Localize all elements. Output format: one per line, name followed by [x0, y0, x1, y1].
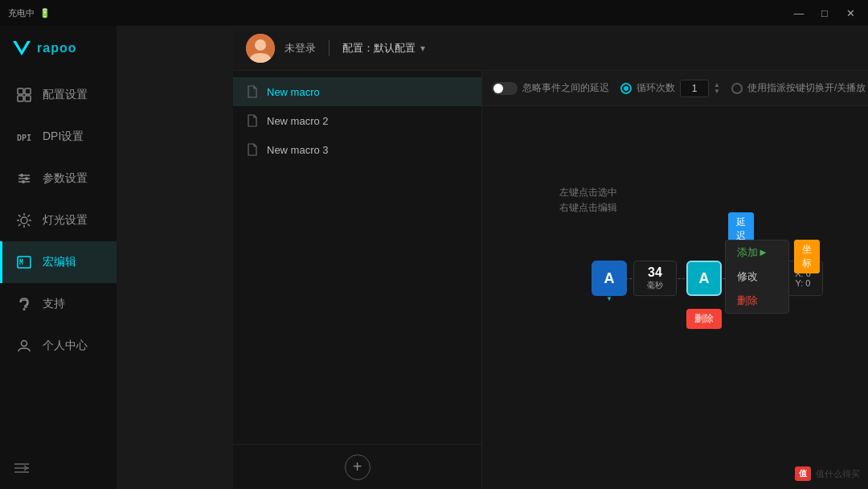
svg-line-19	[28, 215, 31, 217]
macro-file-icon-2	[246, 143, 259, 156]
svg-rect-4	[25, 96, 31, 101]
loop-count-spinners: ▲ ▼	[714, 82, 720, 95]
use-hotkey-label: 使用指派按键切换开/关播放	[747, 81, 866, 95]
svg-line-17	[18, 215, 21, 217]
sidebar-expand-button[interactable]	[0, 447, 117, 489]
support-icon	[15, 295, 33, 313]
main-container: rapoo 配置设置 DPI	[0, 26, 868, 489]
params-icon	[15, 170, 33, 187]
svg-point-9	[20, 174, 23, 177]
right-panel: 未登录 配置：默认配置 ▾	[117, 26, 868, 489]
svg-marker-0	[13, 41, 31, 55]
macro-item-1[interactable]: New macro 2	[233, 106, 481, 135]
titlebar-left: 充电中 🔋	[8, 7, 51, 19]
sidebar-item-support-label: 支持	[43, 297, 65, 311]
sidebar-item-dpi[interactable]: DPI DPI设置	[0, 116, 117, 158]
sidebar-item-support[interactable]: 支持	[0, 283, 117, 325]
add-macro-button[interactable]: +	[345, 454, 371, 480]
sidebar-item-config[interactable]: 配置设置	[0, 74, 117, 116]
delay-value: 34	[648, 265, 662, 280]
sidebar-item-params[interactable]: 参数设置	[0, 158, 117, 199]
close-button[interactable]: ✕	[839, 2, 862, 24]
battery-icon: 🔋	[39, 8, 51, 18]
logo-v-icon	[11, 38, 32, 59]
sidebar-item-macro[interactable]: M 宏编辑	[0, 241, 117, 283]
watermark-logo: 值	[795, 466, 811, 481]
loop-count-label: 循环次数	[637, 81, 675, 95]
btn-coord-right[interactable]: 坐标	[794, 240, 820, 273]
ignore-delay-switch[interactable]	[492, 82, 518, 95]
loop-count-input[interactable]	[680, 80, 709, 97]
content-area: New macro New macro 2	[233, 71, 868, 489]
svg-point-24	[22, 341, 27, 347]
user-label: 未登录	[285, 41, 316, 55]
svg-text:M: M	[19, 259, 23, 266]
loop-count-radio[interactable]	[620, 83, 632, 94]
key-node-a-blue-label: A	[604, 270, 615, 287]
flow-area: A ▼ 34 毫秒 A	[583, 228, 868, 389]
use-hotkey-group[interactable]: 使用指派按键切换开/关播放	[731, 81, 866, 95]
sidebar-item-profile[interactable]: 个人中心	[0, 325, 117, 367]
svg-point-23	[23, 308, 26, 310]
header: 未登录 配置：默认配置 ▾	[233, 26, 868, 71]
config-label: 配置：默认配置	[342, 41, 416, 55]
context-menu-add[interactable]: 添加►	[726, 240, 788, 265]
use-hotkey-radio[interactable]	[731, 83, 743, 94]
watermark-label: 值什么得买	[816, 468, 860, 480]
svg-point-29	[255, 39, 266, 51]
svg-point-12	[21, 217, 27, 224]
logo-area: rapoo	[0, 26, 117, 71]
config-selector[interactable]: 配置：默认配置 ▾	[342, 41, 425, 55]
macro-file-icon-1	[246, 114, 259, 127]
minimize-button[interactable]: —	[788, 2, 810, 24]
titlebar: 充电中 🔋 — □ ✕	[0, 0, 868, 26]
hint-text: 左键点击选中 右键点击编辑	[559, 185, 868, 216]
loop-count-group: 循环次数 ▲ ▼	[620, 80, 720, 97]
sidebar: rapoo 配置设置 DPI	[0, 26, 117, 489]
hint-line1: 左键点击选中	[559, 185, 868, 200]
dpi-icon: DPI	[15, 128, 33, 146]
sidebar-item-light[interactable]: 灯光设置	[0, 199, 117, 241]
svg-point-11	[22, 180, 25, 183]
key-node-a-cyan-label: A	[699, 270, 710, 287]
svg-rect-1	[18, 88, 23, 94]
editor-canvas: 左键点击选中 右键点击编辑 A ▼	[482, 106, 868, 489]
sidebar-item-dpi-label: DPI设置	[43, 129, 84, 144]
svg-line-18	[28, 224, 31, 227]
context-menu-delete[interactable]: 删除	[726, 289, 788, 313]
macro-editor-panel: 忽略事件之间的延迟 循环次数 ▲ ▼ 使用指派按键切换开/关播放	[482, 71, 868, 489]
svg-point-10	[25, 177, 28, 180]
charging-label: 充电中	[8, 7, 35, 19]
macro-icon: M	[15, 253, 33, 271]
macro-list-footer: +	[233, 444, 481, 489]
ignore-delay-toggle[interactable]: 忽略事件之间的延迟	[492, 81, 609, 95]
key-node-a-blue[interactable]: A ▼	[592, 261, 627, 296]
context-menu-modify[interactable]: 修改	[726, 265, 788, 289]
config-icon	[15, 86, 33, 104]
macro-item-1-label: New macro 2	[267, 115, 329, 127]
ignore-delay-label: 忽略事件之间的延迟	[522, 81, 609, 95]
macro-items: New macro New macro 2	[233, 71, 481, 444]
macro-item-0-label: New macro	[267, 86, 320, 98]
key-node-a-cyan[interactable]: A	[686, 261, 722, 296]
titlebar-controls: — □ ✕	[788, 2, 862, 24]
delete-button[interactable]: 删除	[686, 309, 722, 329]
sidebar-item-config-label: 配置设置	[43, 88, 88, 102]
logo-rapoo-text: rapoo	[37, 41, 76, 55]
watermark: 值 值什么得买	[795, 466, 860, 481]
maximize-button[interactable]: □	[813, 2, 836, 24]
svg-rect-2	[25, 88, 31, 94]
diagram-container: 左键点击选中 右键点击编辑 A ▼	[583, 185, 868, 389]
macro-list-panel: New macro New macro 2	[233, 71, 482, 489]
hint-line2: 右键点击编辑	[559, 200, 868, 216]
spin-down[interactable]: ▼	[714, 88, 720, 95]
macro-item-2[interactable]: New macro 3	[233, 135, 481, 164]
svg-text:DPI: DPI	[17, 134, 31, 142]
sidebar-item-macro-label: 宏编辑	[43, 255, 76, 269]
delay-node[interactable]: 34 毫秒	[633, 261, 677, 296]
light-icon	[15, 212, 33, 229]
svg-rect-3	[18, 96, 23, 101]
nav-items: 配置设置 DPI DPI设置	[0, 71, 117, 447]
macro-item-0[interactable]: New macro	[233, 77, 481, 106]
macro-file-icon-0	[246, 85, 259, 98]
